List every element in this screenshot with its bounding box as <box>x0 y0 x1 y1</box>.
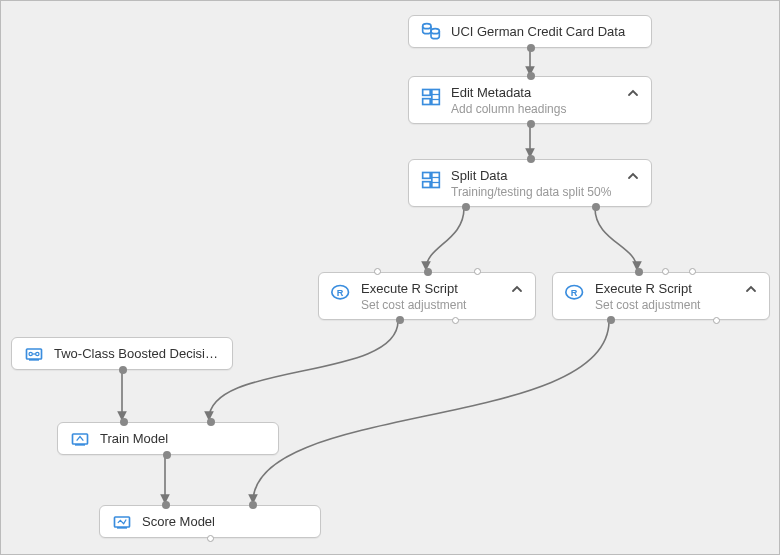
svg-rect-7 <box>423 173 431 179</box>
node-subtitle: Training/testing data split 50% <box>451 185 619 199</box>
node-r-script-right[interactable]: R Execute R Script Set cost adjustment <box>552 272 770 320</box>
node-score-model[interactable]: Score Model <box>99 505 321 538</box>
node-title: UCI German Credit Card Data <box>451 24 641 39</box>
output-port[interactable] <box>119 366 127 374</box>
output-port-2[interactable] <box>592 203 600 211</box>
output-port[interactable] <box>527 120 535 128</box>
input-port-3[interactable] <box>689 268 696 275</box>
input-port-1[interactable] <box>162 501 170 509</box>
node-algorithm[interactable]: Two-Class Boosted Decision... <box>11 337 233 370</box>
svg-rect-17 <box>29 359 39 361</box>
collapse-icon[interactable] <box>743 281 759 297</box>
input-port-1[interactable] <box>635 268 643 276</box>
input-port-2[interactable] <box>249 501 257 509</box>
edge-rleft-to-train <box>209 321 398 419</box>
metadata-icon <box>419 85 443 109</box>
node-train-model[interactable]: Train Model <box>57 422 279 455</box>
svg-rect-8 <box>423 182 431 188</box>
ml-model-icon <box>22 342 46 366</box>
output-port-2[interactable] <box>713 317 720 324</box>
node-title: Edit Metadata <box>451 85 619 100</box>
svg-rect-9 <box>432 173 440 188</box>
r-icon: R <box>329 281 353 305</box>
input-port[interactable] <box>527 155 535 163</box>
node-data-source[interactable]: UCI German Credit Card Data <box>408 15 652 48</box>
output-port[interactable] <box>527 44 535 52</box>
input-port-1[interactable] <box>374 268 381 275</box>
svg-rect-22 <box>75 444 85 446</box>
input-port-2[interactable] <box>424 268 432 276</box>
svg-rect-2 <box>423 90 431 96</box>
split-data-icon <box>419 168 443 192</box>
edge-rright-to-score <box>253 321 609 502</box>
score-model-icon <box>110 510 134 534</box>
collapse-icon[interactable] <box>509 281 525 297</box>
node-title: Execute R Script <box>361 281 503 296</box>
node-subtitle: Set cost adjustment <box>595 298 737 312</box>
output-port-1[interactable] <box>462 203 470 211</box>
node-subtitle: Add column headings <box>451 102 619 116</box>
train-model-icon <box>68 427 92 451</box>
input-port-2[interactable] <box>207 418 215 426</box>
collapse-icon[interactable] <box>625 168 641 184</box>
node-edit-metadata[interactable]: Edit Metadata Add column headings <box>408 76 652 124</box>
input-port[interactable] <box>527 72 535 80</box>
r-icon: R <box>563 281 587 305</box>
output-port[interactable] <box>207 535 214 542</box>
svg-rect-24 <box>117 527 127 529</box>
node-title: Train Model <box>100 431 268 446</box>
node-title: Execute R Script <box>595 281 737 296</box>
collapse-icon[interactable] <box>625 85 641 101</box>
svg-point-0 <box>423 23 431 28</box>
svg-rect-3 <box>423 99 431 105</box>
svg-rect-4 <box>432 90 440 105</box>
input-port-3[interactable] <box>474 268 481 275</box>
node-title: Two-Class Boosted Decision... <box>54 346 222 361</box>
edge-split-to-rright <box>595 208 637 269</box>
output-port-2[interactable] <box>452 317 459 324</box>
svg-point-1 <box>431 28 439 33</box>
output-port-1[interactable] <box>396 316 404 324</box>
svg-point-18 <box>29 352 32 355</box>
node-title: Split Data <box>451 168 619 183</box>
node-r-script-left[interactable]: R Execute R Script Set cost adjustment <box>318 272 536 320</box>
node-subtitle: Set cost adjustment <box>361 298 503 312</box>
svg-point-19 <box>36 352 39 355</box>
node-split-data[interactable]: Split Data Training/testing data split 5… <box>408 159 652 207</box>
edge-split-to-rleft <box>426 208 464 269</box>
svg-text:R: R <box>571 288 578 298</box>
output-port-1[interactable] <box>607 316 615 324</box>
svg-text:R: R <box>337 288 344 298</box>
output-port[interactable] <box>163 451 171 459</box>
input-port-2[interactable] <box>662 268 669 275</box>
node-title: Score Model <box>142 514 310 529</box>
dataset-icon <box>419 20 443 44</box>
input-port-1[interactable] <box>120 418 128 426</box>
